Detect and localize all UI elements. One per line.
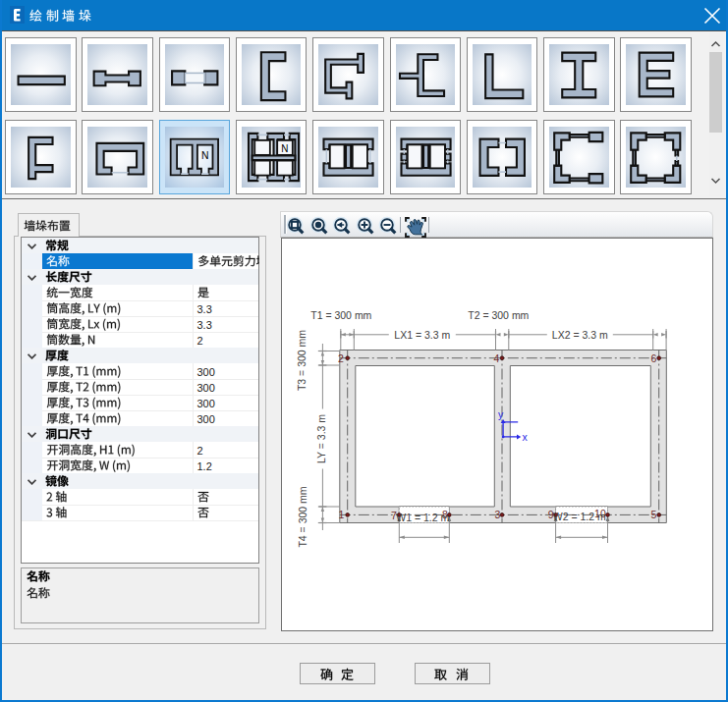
svg-text:x: x <box>523 430 529 442</box>
svg-text:N: N <box>200 148 208 160</box>
svg-text:W1 = 1.2 m: W1 = 1.2 m <box>396 511 449 522</box>
svg-text:LX1 = 3.3 m: LX1 = 3.3 m <box>395 328 451 340</box>
svg-text:6: 6 <box>651 351 657 363</box>
svg-text:W2 = 1.2 m: W2 = 1.2 m <box>553 510 606 521</box>
svg-text:3: 3 <box>495 508 501 519</box>
svg-text:1: 1 <box>339 509 345 520</box>
svg-text:N: N <box>281 143 288 154</box>
svg-text:2: 2 <box>338 351 344 363</box>
svg-text:T4 = 300 mm: T4 = 300 mm <box>297 486 308 547</box>
svg-text:4: 4 <box>494 352 500 364</box>
svg-text:T1 = 300 mm: T1 = 300 mm <box>310 308 371 320</box>
svg-text:5: 5 <box>651 508 657 519</box>
svg-text:y: y <box>498 408 504 420</box>
svg-text:LY = 3.3 m: LY = 3.3 m <box>315 413 327 462</box>
svg-text:T3 = 300 mm: T3 = 300 mm <box>296 329 308 390</box>
svg-text:T2 = 300 mm: T2 = 300 mm <box>468 308 529 320</box>
svg-text:LX2 = 3.3 m: LX2 = 3.3 m <box>552 328 608 340</box>
